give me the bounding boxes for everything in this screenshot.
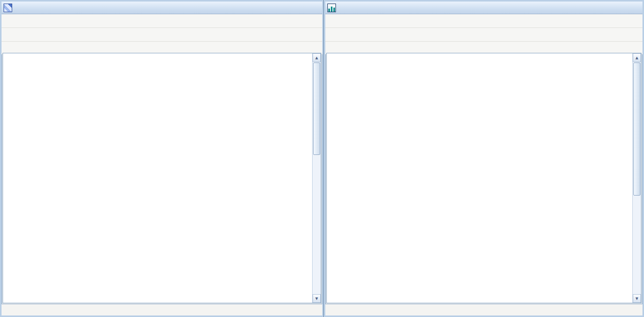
analysis-toolbar-2 (325, 28, 642, 42)
transient-bottom-chart[interactable] (327, 180, 632, 303)
plot-area[interactable]: ▲ ▼ (326, 53, 641, 303)
schematic-vertical-scrollbar[interactable]: ▲ ▼ (312, 53, 321, 303)
analysis-window: ▲ ▼ (324, 0, 644, 317)
scroll-down-icon[interactable]: ▼ (633, 294, 641, 303)
transient-top-chart[interactable] (327, 53, 632, 178)
schematic-drawing[interactable] (3, 53, 307, 291)
scroll-up-icon[interactable]: ▲ (313, 53, 321, 62)
scrollbar-thumb[interactable] (633, 62, 640, 196)
scroll-up-icon[interactable]: ▲ (633, 53, 641, 62)
scrollbar-thumb[interactable] (313, 62, 320, 155)
schematic-canvas-area[interactable]: ▲ ▼ (3, 53, 321, 303)
schematic-tab-row (2, 304, 322, 315)
schematic-toolbar-1 (2, 14, 322, 28)
analysis-chart-icon (327, 4, 336, 12)
schematic-toolbar-2 (2, 28, 322, 42)
schematic-titlebar[interactable] (2, 2, 322, 14)
scroll-down-icon[interactable]: ▼ (313, 294, 321, 303)
analysis-vertical-scrollbar[interactable]: ▲ ▼ (632, 53, 641, 303)
schematic-file-icon (4, 4, 12, 12)
analysis-toolbar-1 (325, 14, 642, 28)
analysis-titlebar[interactable] (325, 2, 642, 14)
analysis-tab-row (325, 304, 642, 315)
schematic-window: ▲ ▼ (0, 0, 324, 317)
